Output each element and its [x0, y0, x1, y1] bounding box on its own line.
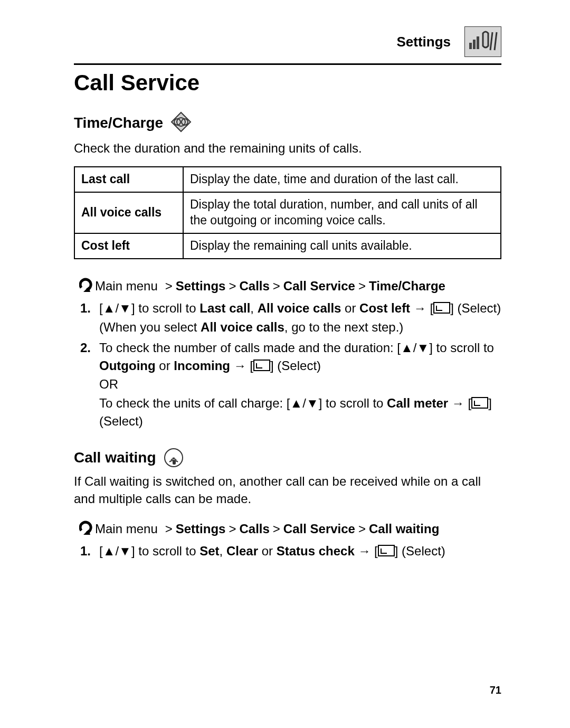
breadcrumb-sep: >	[225, 522, 239, 536]
up-triangle-icon: ▲	[103, 544, 116, 558]
table-cell-desc: Display the date, time and duration of t…	[183, 167, 501, 192]
breadcrumb-item: Call Service	[283, 522, 355, 536]
table-cell-label: All voice calls	[74, 192, 183, 233]
category-label: Settings	[396, 34, 451, 50]
table-row: All voice calls Display the total durati…	[74, 192, 501, 233]
up-triangle-icon: ▲	[401, 341, 413, 355]
svg-rect-3	[477, 36, 479, 49]
breadcrumb-sep: >	[270, 279, 283, 294]
breadcrumb-sep: >	[162, 522, 176, 536]
svg-rect-2	[473, 40, 476, 49]
time-charge-steps: 1. [▲/▼] to scroll to Last call, All voi…	[74, 299, 501, 433]
down-triangle-icon: ▼	[119, 544, 131, 558]
diamond-clock-icon	[170, 111, 192, 135]
breadcrumb-item: Settings	[176, 522, 226, 536]
breadcrumb-item: Settings	[176, 279, 226, 294]
call-waiting-steps: 1. [▲/▼] to scroll to Set, Clear or Stat…	[74, 542, 501, 563]
list-item: 2. To check the number of calls made and…	[74, 339, 501, 430]
table-row: Last call Display the date, time and dur…	[74, 167, 501, 192]
breadcrumb-sep: >	[355, 279, 369, 294]
divider	[74, 63, 501, 65]
breadcrumb-sep: >	[270, 522, 283, 536]
time-charge-intro: Check the duration and the remaining uni…	[74, 140, 501, 157]
table-cell-label: Last call	[74, 167, 183, 192]
section-heading-call-waiting: Call waiting	[74, 449, 156, 466]
breadcrumb-sep: >	[225, 279, 239, 294]
softkey-icon	[253, 360, 270, 371]
table-cell-desc: Display the total duration, number, and …	[183, 192, 501, 233]
section-heading-time-charge: Time/Charge	[74, 115, 163, 131]
down-triangle-icon: ▼	[306, 396, 319, 410]
breadcrumb-sep: >	[355, 522, 369, 536]
step-text: To check the number of calls made and th…	[99, 339, 501, 430]
breadcrumb-item: Time/Charge	[369, 279, 445, 294]
nav-arrow-icon	[79, 277, 95, 295]
breadcrumb-lead: Main menu	[95, 522, 158, 536]
down-triangle-icon: ▼	[416, 341, 429, 355]
phone-signal-tools-icon	[464, 26, 501, 57]
list-item: 1. [▲/▼] to scroll to Last call, All voi…	[74, 299, 501, 336]
table-row: Cost left Display the remaining call uni…	[74, 233, 501, 259]
softkey-icon	[378, 545, 395, 556]
step-number: 1.	[74, 542, 99, 560]
radio-waves-icon	[164, 448, 184, 468]
breadcrumb-lead: Main menu	[95, 279, 158, 294]
time-charge-table: Last call Display the date, time and dur…	[74, 166, 501, 259]
up-triangle-icon: ▲	[103, 301, 116, 315]
svg-rect-12	[173, 460, 176, 465]
breadcrumb-item: Call Service	[283, 279, 355, 294]
softkey-icon	[471, 397, 488, 409]
call-waiting-intro: If Call waiting is switched on, another …	[74, 473, 501, 507]
breadcrumb-time-charge: Main menu > Settings > Calls > Call Serv…	[79, 277, 501, 295]
breadcrumb-item: Call waiting	[369, 522, 439, 536]
down-triangle-icon: ▼	[119, 301, 131, 315]
svg-rect-1	[469, 43, 472, 49]
list-item: 1. [▲/▼] to scroll to Set, Clear or Stat…	[74, 542, 501, 560]
step-number: 2.	[74, 339, 99, 430]
table-cell-desc: Display the remaining call units availab…	[183, 233, 501, 259]
step-text: [▲/▼] to scroll to Set, Clear or Status …	[99, 542, 501, 560]
page-number: 71	[490, 684, 501, 696]
up-triangle-icon: ▲	[290, 396, 303, 410]
nav-arrow-icon	[79, 520, 95, 538]
softkey-icon	[433, 302, 450, 314]
table-cell-label: Cost left	[74, 233, 183, 259]
step-text: [▲/▼] to scroll to Last call, All voice …	[99, 299, 501, 336]
breadcrumb-item: Calls	[239, 522, 269, 536]
page-title: Call Service	[74, 70, 501, 96]
breadcrumb-call-waiting: Main menu > Settings > Calls > Call Serv…	[79, 520, 501, 538]
step-number: 1.	[74, 299, 99, 336]
breadcrumb-item: Calls	[239, 279, 269, 294]
breadcrumb-sep: >	[162, 279, 176, 294]
